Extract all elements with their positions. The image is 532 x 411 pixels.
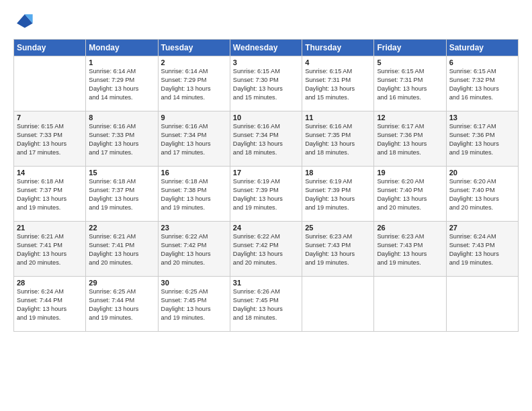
day-number: 29 xyxy=(89,279,154,287)
calendar-cell: 7Sunrise: 6:15 AM Sunset: 7:33 PM Daylig… xyxy=(14,111,86,167)
day-info: Sunrise: 6:22 AM Sunset: 7:42 PM Dayligh… xyxy=(233,232,299,267)
calendar-cell: 21Sunrise: 6:21 AM Sunset: 7:41 PM Dayli… xyxy=(14,222,86,277)
day-info: Sunrise: 6:21 AM Sunset: 7:41 PM Dayligh… xyxy=(17,232,83,267)
day-info: Sunrise: 6:15 AM Sunset: 7:32 PM Dayligh… xyxy=(449,67,515,102)
calendar-cell: 15Sunrise: 6:18 AM Sunset: 7:37 PM Dayli… xyxy=(86,167,158,222)
calendar-cell: 8Sunrise: 6:16 AM Sunset: 7:33 PM Daylig… xyxy=(86,111,158,167)
calendar-cell: 5Sunrise: 6:15 AM Sunset: 7:31 PM Daylig… xyxy=(374,56,446,111)
calendar-cell: 25Sunrise: 6:23 AM Sunset: 7:43 PM Dayli… xyxy=(302,222,374,277)
day-number: 5 xyxy=(377,58,443,66)
day-number: 19 xyxy=(377,169,443,177)
calendar-cell: 3Sunrise: 6:15 AM Sunset: 7:30 PM Daylig… xyxy=(230,56,302,111)
calendar-cell: 1Sunrise: 6:14 AM Sunset: 7:29 PM Daylig… xyxy=(86,56,158,111)
day-info: Sunrise: 6:18 AM Sunset: 7:37 PM Dayligh… xyxy=(89,177,154,212)
logo xyxy=(13,12,38,34)
day-number: 23 xyxy=(161,224,227,232)
day-info: Sunrise: 6:24 AM Sunset: 7:43 PM Dayligh… xyxy=(449,232,515,267)
day-number: 26 xyxy=(377,224,443,232)
calendar-cell: 4Sunrise: 6:15 AM Sunset: 7:31 PM Daylig… xyxy=(302,56,374,111)
day-number: 11 xyxy=(305,113,371,122)
calendar-cell: 27Sunrise: 6:24 AM Sunset: 7:43 PM Dayli… xyxy=(446,222,518,277)
day-number: 1 xyxy=(89,58,154,66)
day-number: 20 xyxy=(449,169,515,177)
day-number: 8 xyxy=(89,113,154,122)
calendar-cell xyxy=(374,277,446,332)
weekday-header-thursday: Thursday xyxy=(302,40,374,56)
day-number: 13 xyxy=(449,113,515,122)
calendar-cell: 18Sunrise: 6:19 AM Sunset: 7:39 PM Dayli… xyxy=(302,167,374,222)
calendar-cell: 24Sunrise: 6:22 AM Sunset: 7:42 PM Dayli… xyxy=(230,222,302,277)
calendar-week-row: 7Sunrise: 6:15 AM Sunset: 7:33 PM Daylig… xyxy=(14,111,519,167)
day-info: Sunrise: 6:16 AM Sunset: 7:34 PM Dayligh… xyxy=(233,122,299,157)
calendar-cell xyxy=(302,277,374,332)
day-info: Sunrise: 6:14 AM Sunset: 7:29 PM Dayligh… xyxy=(89,67,154,102)
day-info: Sunrise: 6:20 AM Sunset: 7:40 PM Dayligh… xyxy=(449,177,515,212)
day-number: 21 xyxy=(17,224,83,232)
day-number: 24 xyxy=(233,224,299,232)
weekday-header-friday: Friday xyxy=(374,40,446,56)
calendar-week-row: 28Sunrise: 6:24 AM Sunset: 7:44 PM Dayli… xyxy=(14,277,519,332)
calendar-cell: 16Sunrise: 6:18 AM Sunset: 7:38 PM Dayli… xyxy=(158,167,230,222)
day-number: 7 xyxy=(17,113,83,122)
day-info: Sunrise: 6:25 AM Sunset: 7:44 PM Dayligh… xyxy=(89,287,154,322)
calendar-cell: 30Sunrise: 6:25 AM Sunset: 7:45 PM Dayli… xyxy=(158,277,230,332)
day-info: Sunrise: 6:14 AM Sunset: 7:29 PM Dayligh… xyxy=(161,67,227,102)
day-info: Sunrise: 6:24 AM Sunset: 7:44 PM Dayligh… xyxy=(17,287,83,322)
calendar-table: SundayMondayTuesdayWednesdayThursdayFrid… xyxy=(13,39,519,332)
day-number: 4 xyxy=(305,58,371,66)
day-info: Sunrise: 6:22 AM Sunset: 7:42 PM Dayligh… xyxy=(161,232,227,267)
day-info: Sunrise: 6:16 AM Sunset: 7:34 PM Dayligh… xyxy=(161,122,227,157)
day-number: 16 xyxy=(161,169,227,177)
day-number: 31 xyxy=(233,279,299,287)
day-number: 15 xyxy=(89,169,154,177)
weekday-header-tuesday: Tuesday xyxy=(158,40,230,56)
day-info: Sunrise: 6:19 AM Sunset: 7:39 PM Dayligh… xyxy=(233,177,299,212)
day-info: Sunrise: 6:20 AM Sunset: 7:40 PM Dayligh… xyxy=(377,177,443,212)
day-number: 12 xyxy=(377,113,443,122)
calendar-cell: 31Sunrise: 6:26 AM Sunset: 7:45 PM Dayli… xyxy=(230,277,302,332)
calendar-cell: 9Sunrise: 6:16 AM Sunset: 7:34 PM Daylig… xyxy=(158,111,230,167)
day-info: Sunrise: 6:26 AM Sunset: 7:45 PM Dayligh… xyxy=(233,287,299,322)
weekday-header-saturday: Saturday xyxy=(446,40,518,56)
day-info: Sunrise: 6:17 AM Sunset: 7:36 PM Dayligh… xyxy=(377,122,443,157)
calendar-cell: 14Sunrise: 6:18 AM Sunset: 7:37 PM Dayli… xyxy=(14,167,86,222)
calendar-cell: 11Sunrise: 6:16 AM Sunset: 7:35 PM Dayli… xyxy=(302,111,374,167)
calendar-cell xyxy=(14,56,86,111)
calendar-cell: 28Sunrise: 6:24 AM Sunset: 7:44 PM Dayli… xyxy=(14,277,86,332)
calendar-cell: 26Sunrise: 6:23 AM Sunset: 7:43 PM Dayli… xyxy=(374,222,446,277)
day-number: 22 xyxy=(89,224,154,232)
page-header xyxy=(13,12,519,34)
day-info: Sunrise: 6:19 AM Sunset: 7:39 PM Dayligh… xyxy=(305,177,371,212)
calendar-week-row: 21Sunrise: 6:21 AM Sunset: 7:41 PM Dayli… xyxy=(14,222,519,277)
day-number: 6 xyxy=(449,58,515,66)
calendar-cell: 19Sunrise: 6:20 AM Sunset: 7:40 PM Dayli… xyxy=(374,167,446,222)
weekday-header-wednesday: Wednesday xyxy=(230,40,302,56)
day-info: Sunrise: 6:15 AM Sunset: 7:33 PM Dayligh… xyxy=(17,122,83,157)
weekday-header-monday: Monday xyxy=(86,40,158,56)
weekday-header-sunday: Sunday xyxy=(14,40,86,56)
day-info: Sunrise: 6:15 AM Sunset: 7:31 PM Dayligh… xyxy=(377,67,443,102)
day-number: 25 xyxy=(305,224,371,232)
calendar-cell: 29Sunrise: 6:25 AM Sunset: 7:44 PM Dayli… xyxy=(86,277,158,332)
day-info: Sunrise: 6:16 AM Sunset: 7:33 PM Dayligh… xyxy=(89,122,154,157)
day-info: Sunrise: 6:18 AM Sunset: 7:38 PM Dayligh… xyxy=(161,177,227,212)
day-number: 28 xyxy=(17,279,83,287)
calendar-cell: 23Sunrise: 6:22 AM Sunset: 7:42 PM Dayli… xyxy=(158,222,230,277)
weekday-header-row: SundayMondayTuesdayWednesdayThursdayFrid… xyxy=(14,40,519,56)
calendar-cell: 17Sunrise: 6:19 AM Sunset: 7:39 PM Dayli… xyxy=(230,167,302,222)
day-info: Sunrise: 6:16 AM Sunset: 7:35 PM Dayligh… xyxy=(305,122,371,157)
calendar-cell: 13Sunrise: 6:17 AM Sunset: 7:36 PM Dayli… xyxy=(446,111,518,167)
day-info: Sunrise: 6:18 AM Sunset: 7:37 PM Dayligh… xyxy=(17,177,83,212)
day-number: 27 xyxy=(449,224,515,232)
day-info: Sunrise: 6:21 AM Sunset: 7:41 PM Dayligh… xyxy=(89,232,154,267)
calendar-cell xyxy=(446,277,518,332)
day-info: Sunrise: 6:15 AM Sunset: 7:31 PM Dayligh… xyxy=(305,67,371,102)
calendar-cell: 10Sunrise: 6:16 AM Sunset: 7:34 PM Dayli… xyxy=(230,111,302,167)
day-info: Sunrise: 6:15 AM Sunset: 7:30 PM Dayligh… xyxy=(233,67,299,102)
day-number: 17 xyxy=(233,169,299,177)
day-number: 18 xyxy=(305,169,371,177)
day-number: 30 xyxy=(161,279,227,287)
calendar-cell: 20Sunrise: 6:20 AM Sunset: 7:40 PM Dayli… xyxy=(446,167,518,222)
calendar-cell: 6Sunrise: 6:15 AM Sunset: 7:32 PM Daylig… xyxy=(446,56,518,111)
day-number: 3 xyxy=(233,58,299,66)
